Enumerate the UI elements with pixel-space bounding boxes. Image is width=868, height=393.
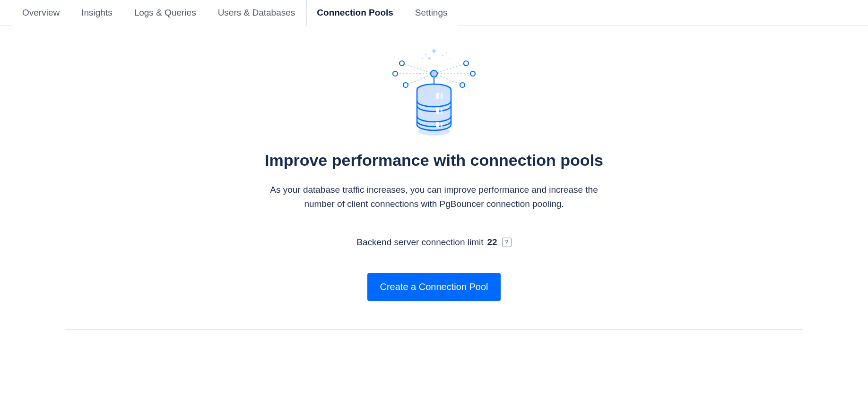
svg-line-8 (402, 63, 434, 74)
empty-state-panel: Improve performance with connection pool… (65, 26, 803, 330)
tab-connection-pools[interactable]: Connection Pools (306, 0, 404, 26)
tab-bar: Overview Insights Logs & Queries Users &… (0, 0, 868, 26)
svg-point-12 (393, 71, 398, 76)
svg-point-3 (446, 52, 447, 53)
help-icon[interactable]: ? (502, 238, 512, 247)
svg-rect-26 (436, 122, 439, 128)
database-cluster-icon (387, 44, 481, 139)
connection-limit-label: Backend server connection limit (356, 237, 483, 248)
svg-point-4 (450, 58, 451, 59)
tab-insights[interactable]: Insights (70, 0, 123, 26)
tab-overview[interactable]: Overview (11, 0, 70, 26)
svg-point-15 (464, 61, 469, 66)
tab-users-databases[interactable]: Users & Databases (207, 0, 306, 26)
svg-point-0 (425, 54, 426, 56)
svg-point-16 (403, 83, 408, 87)
svg-rect-27 (441, 122, 443, 128)
svg-point-1 (442, 55, 443, 57)
svg-point-13 (470, 71, 475, 76)
tab-logs-queries[interactable]: Logs & Queries (123, 0, 207, 26)
svg-point-19 (431, 70, 437, 77)
svg-point-2 (422, 58, 423, 59)
tab-settings[interactable]: Settings (404, 0, 459, 26)
empty-state-heading: Improve performance with connection pool… (265, 151, 603, 170)
svg-rect-22 (436, 93, 439, 99)
svg-point-14 (399, 61, 404, 66)
svg-line-11 (434, 74, 462, 85)
create-connection-pool-button[interactable]: Create a Connection Pool (367, 273, 500, 301)
svg-rect-25 (441, 108, 443, 114)
svg-point-17 (460, 83, 465, 87)
svg-point-5 (418, 52, 419, 53)
svg-rect-23 (441, 93, 443, 99)
connection-limit-row: Backend server connection limit 22 ? (356, 237, 511, 248)
connection-limit-value: 22 (487, 237, 497, 248)
svg-line-9 (434, 63, 466, 74)
empty-state-description: As your database traffic increases, you … (254, 183, 614, 212)
svg-rect-24 (436, 108, 439, 114)
svg-line-10 (406, 74, 434, 85)
